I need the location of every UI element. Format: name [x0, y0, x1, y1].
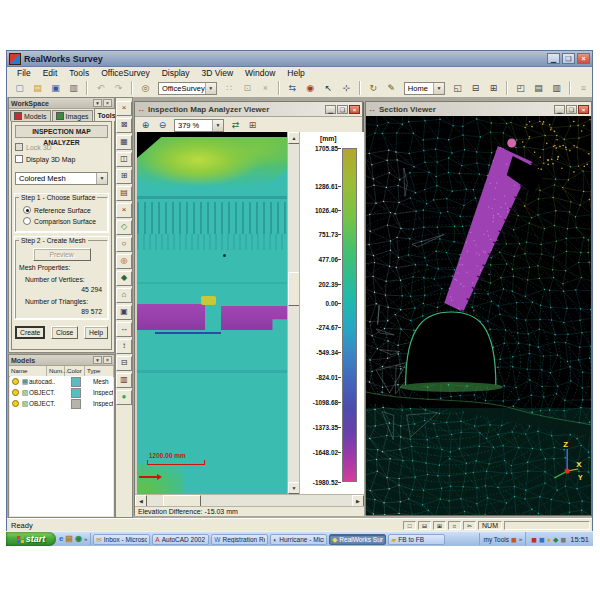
display-3d-map-checkbox[interactable]: Display 3D Map: [15, 155, 108, 163]
inspection-map[interactable]: 1200.00 mm: [137, 132, 287, 494]
inspection-viewer-titlebar[interactable]: ↔ Inspection Map Analyzer Viewer ▁ ❏ ×: [135, 102, 362, 117]
rotate-view-icon[interactable]: ↻: [365, 80, 382, 96]
tab-images[interactable]: Images: [52, 110, 93, 121]
pan-icon[interactable]: ↖: [320, 80, 337, 96]
new-viewer-icon[interactable]: ◱: [449, 80, 466, 96]
edit-icon[interactable]: ✎: [383, 80, 400, 96]
quicklaunch-show-desktop-icon[interactable]: ▤: [65, 534, 73, 544]
tool-button[interactable]: ◇: [116, 220, 132, 235]
tray-icon-4[interactable]: ◆: [553, 535, 558, 544]
visibility-bulb-icon[interactable]: [12, 378, 19, 385]
tray-icon-3[interactable]: ●: [547, 535, 551, 544]
taskbar-task-autocad-2002[interactable]: AAutoCAD 2002: [152, 534, 209, 545]
close-icon[interactable]: ×: [578, 105, 589, 114]
swap-axes-icon[interactable]: ⇄: [227, 117, 244, 133]
fence-icon[interactable]: ⊡: [239, 80, 256, 96]
minimize-button[interactable]: ▁: [554, 105, 565, 114]
menu-3d-view[interactable]: 3D View: [196, 68, 240, 78]
create-button[interactable]: Create: [15, 326, 45, 339]
minimize-button[interactable]: ▁: [547, 53, 560, 64]
menu-tools[interactable]: Tools: [63, 68, 95, 78]
column-type[interactable]: Type: [85, 366, 114, 376]
tool-button[interactable]: ⊟: [116, 356, 132, 371]
tool-button[interactable]: ↕: [116, 339, 132, 354]
menu-file[interactable]: File: [11, 68, 37, 78]
zoom-level-combo[interactable]: 379 % ▼: [174, 119, 224, 132]
refresh-icon[interactable]: ≡: [575, 80, 592, 96]
model-row[interactable]: ▧OBJECT...Inspectio...: [10, 387, 113, 398]
mytools-toolbar[interactable]: my Tools ◼ »: [479, 533, 525, 545]
chevron-down-icon[interactable]: ▼: [205, 83, 216, 94]
tool-button[interactable]: ◆: [116, 271, 132, 286]
grid-icon[interactable]: ⊞: [244, 117, 261, 133]
tool-button[interactable]: ▥: [116, 373, 132, 388]
tool-button[interactable]: ⊠: [116, 118, 132, 133]
menu-officesurvey[interactable]: OfficeSurvey: [95, 68, 156, 78]
menu-window[interactable]: Window: [239, 68, 281, 78]
tab-models[interactable]: Models: [10, 110, 51, 121]
tool-button[interactable]: ×: [116, 101, 132, 116]
visibility-bulb-icon[interactable]: [12, 400, 19, 407]
zoom-out-icon[interactable]: ⊖: [154, 117, 171, 133]
save-icon[interactable]: ▣: [47, 80, 64, 96]
pick-points-icon[interactable]: ∷: [221, 80, 238, 96]
target-icon[interactable]: ◎: [137, 80, 154, 96]
minimize-button[interactable]: ▁: [325, 105, 336, 114]
map-vertical-scrollbar[interactable]: ▲ ▼: [287, 132, 299, 494]
help-button[interactable]: Help: [84, 326, 108, 339]
section-3d-view[interactable]: ZXY: [366, 116, 591, 515]
print-icon[interactable]: ▥: [65, 80, 82, 96]
panel-close-button[interactable]: ×: [103, 356, 112, 364]
tool-button[interactable]: ↔: [116, 322, 132, 337]
visibility-bulb-icon[interactable]: [12, 389, 19, 396]
panel-close-action-button[interactable]: Close: [51, 326, 78, 339]
tool-button[interactable]: ◫: [116, 152, 132, 167]
tool-button[interactable]: ⊞: [116, 169, 132, 184]
tile-horizontal-icon[interactable]: ⊟: [467, 80, 484, 96]
zoom-extents-icon[interactable]: ⊹: [338, 80, 355, 96]
tool-button[interactable]: ○: [116, 237, 132, 252]
cut-icon[interactable]: ×: [257, 80, 274, 96]
chevron-down-icon[interactable]: ▼: [96, 173, 107, 184]
column-num[interactable]: Num...: [47, 366, 65, 376]
new-icon[interactable]: ▢: [11, 80, 28, 96]
menu-display[interactable]: Display: [156, 68, 196, 78]
column-color[interactable]: Color: [65, 366, 85, 376]
measure-icon[interactable]: ⇆: [284, 80, 301, 96]
chevron-right-icon[interactable]: »: [519, 536, 522, 542]
menu-edit[interactable]: Edit: [37, 68, 64, 78]
taskbar-task-registration-rep[interactable]: WRegistration Rep...: [211, 534, 268, 545]
preview-button[interactable]: Preview: [33, 248, 91, 261]
menu-help[interactable]: Help: [281, 68, 310, 78]
taskbar-task-realworks-survey[interactable]: ◆RealWorks Survey: [329, 534, 386, 545]
tool-button[interactable]: ◎: [116, 254, 132, 269]
panel-close-button[interactable]: ×: [103, 99, 112, 107]
tool-button[interactable]: ▣: [116, 305, 132, 320]
tool-button[interactable]: ▦: [116, 135, 132, 150]
restore-button[interactable]: ❏: [566, 105, 577, 114]
close-icon[interactable]: ×: [349, 105, 360, 114]
start-button[interactable]: start: [6, 532, 56, 546]
chevron-right-icon[interactable]: »: [84, 536, 87, 542]
undo-icon[interactable]: ↶: [92, 80, 109, 96]
restore-button[interactable]: ❏: [562, 53, 575, 64]
tray-icon-1[interactable]: ◼: [531, 535, 537, 544]
reference-surface-radio[interactable]: Reference Surface: [23, 206, 104, 214]
models-panel-titlebar[interactable]: Models ▾ ×: [9, 355, 114, 366]
open-icon[interactable]: ▤: [29, 80, 46, 96]
taskbar-task-hurricane-micro[interactable]: ◐Hurricane - Micro...: [270, 534, 327, 545]
title-bar[interactable]: RealWorks Survey ▁ ❏ ×: [7, 51, 592, 67]
chevron-down-icon[interactable]: ▼: [433, 83, 444, 94]
tool-button[interactable]: ●: [116, 390, 132, 405]
full-screen-icon[interactable]: ▥: [548, 80, 565, 96]
section-viewer-titlebar[interactable]: ↔ Section Viewer ▁ ❏ ×: [366, 102, 591, 117]
quicklaunch-ie-icon[interactable]: e: [59, 534, 63, 544]
taskbar-task-fb-to-fb[interactable]: ▰FB to FB: [388, 534, 445, 545]
comparison-surface-radio[interactable]: Comparison Surface: [23, 217, 104, 225]
chevron-down-icon[interactable]: ▼: [212, 120, 223, 131]
annotate-icon[interactable]: ◉: [302, 80, 319, 96]
cascade-icon[interactable]: ◰: [512, 80, 529, 96]
zoom-in-icon[interactable]: ⊕: [137, 117, 154, 133]
panel-pin-button[interactable]: ▾: [93, 99, 102, 107]
model-row[interactable]: ▧OBJECT...Inspectio...: [10, 398, 113, 409]
